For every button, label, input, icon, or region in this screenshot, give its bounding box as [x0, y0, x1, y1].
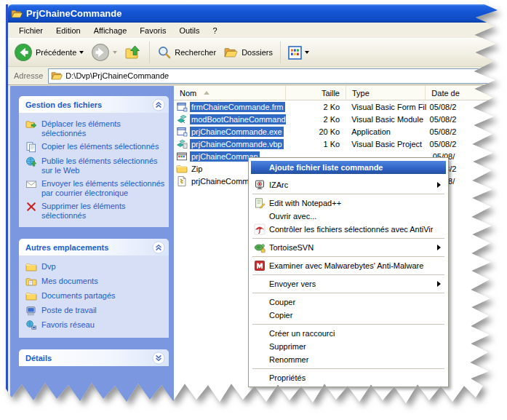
- back-dropdown-caret[interactable]: [79, 51, 84, 54]
- column-header-type[interactable]: Type: [346, 86, 426, 100]
- search-button[interactable]: Rechercher: [154, 44, 219, 61]
- folder-open-icon: [11, 8, 23, 20]
- context-menu-item[interactable]: Copier: [250, 309, 447, 322]
- taskpane-section-body: Déplacer les éléments sélectionnésCopier…: [19, 113, 169, 227]
- column-header-taille[interactable]: Taille: [286, 86, 346, 100]
- context-menu-default-item[interactable]: Ajoute fichier liste commande: [251, 161, 446, 174]
- file-name-label: prjChaineCommande.exe: [190, 127, 284, 137]
- explorer-window: PrjChaineCommande FichierEditionAffichag…: [6, 4, 500, 409]
- context-menu-item-label: Créer un raccourci: [269, 329, 335, 338]
- window-title: PrjChaineCommande: [26, 8, 121, 19]
- context-menu-item-label: Propriétés: [269, 373, 306, 382]
- context-menu-item-label: TortoiseSVN: [269, 243, 314, 252]
- file-name-label: frmChaineCommande.frm: [190, 102, 285, 112]
- taskpane-section-title: Gestion des fichiers: [25, 100, 102, 109]
- context-menu-item[interactable]: Contrôler les fichiers sélectionnés avec…: [250, 223, 447, 236]
- my-computer-icon: [25, 305, 37, 317]
- taskpane-item[interactable]: Favoris réseau: [25, 320, 166, 331]
- forward-button[interactable]: [88, 41, 120, 63]
- context-menu-item-label: Renommer: [269, 355, 308, 364]
- sort-ascending-icon: [204, 91, 209, 95]
- file-date-cell: 05/08/2: [426, 127, 500, 136]
- menubar-item[interactable]: Outils: [172, 24, 206, 37]
- folders-button[interactable]: Dossiers: [220, 44, 276, 60]
- taskpane-section-header[interactable]: Autres emplacements: [19, 239, 169, 255]
- taskpane-item[interactable]: Copier les éléments sélectionnés: [25, 142, 166, 153]
- tortoisesvn-icon: [254, 242, 266, 253]
- taskpane-item[interactable]: Dvp: [25, 262, 166, 273]
- taskpane-section-header[interactable]: Gestion des fichiers: [19, 96, 169, 113]
- context-menu-separator: [252, 238, 444, 239]
- folder-icon: [25, 290, 37, 302]
- context-menu-separator: [252, 194, 444, 194]
- taskpane-item-label: Mes documents: [41, 277, 98, 286]
- file-date-cell: 05/08/2: [426, 115, 500, 124]
- context-menu-item[interactable]: Envoyer vers: [250, 277, 447, 290]
- file-name-cell[interactable]: modBootChaineCommande.bas: [174, 114, 286, 125]
- up-button[interactable]: [121, 42, 145, 63]
- taskpane-section-title: Autres emplacements: [25, 243, 108, 252]
- menubar-item[interactable]: ?: [207, 24, 224, 37]
- menubar-item[interactable]: Edition: [49, 24, 87, 37]
- file-name-cell[interactable]: frmChaineCommande.frm: [174, 101, 286, 113]
- publish-web-icon: [25, 156, 37, 167]
- taskpane-item[interactable]: Supprimer les éléments sélectionnés: [25, 202, 166, 221]
- file-name-label: modBootChaineCommande.bas: [190, 114, 286, 124]
- context-menu-item[interactable]: IZArc: [250, 178, 447, 191]
- context-menu-item-label: Couper: [269, 298, 295, 306]
- views-button[interactable]: [285, 44, 312, 61]
- context-menu-item-label: Contrôler les fichiers sélectionnés avec…: [269, 225, 433, 234]
- file-date-cell: 05/08/2: [426, 140, 500, 148]
- file-row[interactable]: modBootChaineCommande.bas2 KoVisual Basi…: [174, 113, 500, 125]
- context-menu-item[interactable]: Ouvrir avec...: [250, 210, 447, 223]
- taskpane-section: Gestion des fichiersDéplacer les élément…: [19, 96, 169, 227]
- vb-workspace-file-icon: [176, 151, 188, 162]
- menubar-item[interactable]: Fichier: [12, 24, 49, 37]
- taskpane-item[interactable]: Publie les éléments sélectionnés sur le …: [25, 156, 166, 175]
- menubar-item[interactable]: Affichage: [87, 24, 134, 37]
- context-menu-item-label: Envoyer vers: [269, 280, 316, 288]
- title-bar[interactable]: PrjChaineCommande: [8, 4, 500, 23]
- file-type-cell: Visual Basic Module: [346, 115, 426, 124]
- taskpane-item-label: Publie les éléments sélectionnés sur le …: [41, 156, 166, 175]
- file-row[interactable]: frmChaineCommande.frm2 KoVisual Basic Fo…: [174, 100, 500, 113]
- chevron-double-down-icon: [152, 352, 165, 365]
- context-menu-item[interactable]: TortoiseSVN: [250, 241, 447, 254]
- taskpane-item[interactable]: Mes documents: [25, 277, 166, 288]
- taskpane-item[interactable]: Poste de travail: [25, 306, 166, 317]
- context-menu-separator: [252, 324, 444, 325]
- context-menu-item[interactable]: Examiner avec Malwarebytes' Anti-Malware: [250, 259, 447, 272]
- taskpane-item[interactable]: Envoyer les éléments sélectionnés par co…: [25, 179, 166, 198]
- toolbar-separator: [280, 41, 281, 63]
- forward-icon: [91, 43, 110, 62]
- context-menu-item-label: Examiner avec Malwarebytes' Anti-Malware: [269, 261, 423, 270]
- column-header-datede[interactable]: Date de: [426, 86, 500, 100]
- folders-icon: [223, 46, 239, 59]
- file-name-cell[interactable]: prjChaineCommande.vbp: [174, 138, 286, 150]
- context-menu-item[interactable]: Couper: [250, 296, 447, 309]
- menubar-item[interactable]: Favoris: [133, 24, 172, 37]
- context-menu-item[interactable]: Renommer: [250, 353, 447, 366]
- context-menu-item[interactable]: Supprimer: [250, 340, 447, 353]
- my-documents-icon: [25, 276, 37, 288]
- taskpane-item-label: Supprimer les éléments sélectionnés: [41, 202, 166, 221]
- taskpane-section-header[interactable]: Détails: [19, 349, 169, 366]
- context-menu-item[interactable]: Edit with Notepad++: [250, 197, 447, 210]
- file-size-cell: 1 Ko: [286, 140, 346, 148]
- file-name-cell[interactable]: prjChaineCommande.exe: [174, 126, 286, 138]
- taskpane-item[interactable]: Documents partagés: [25, 291, 166, 302]
- search-icon: [157, 45, 172, 60]
- context-menu-separator: [252, 293, 444, 293]
- file-row[interactable]: prjChaineCommande.exe20 KoApplication05/…: [174, 125, 500, 138]
- file-row[interactable]: prjChaineCommande.vbp1 KoVisual Basic Pr…: [174, 138, 500, 150]
- context-menu-item[interactable]: Propriétés: [250, 371, 447, 384]
- copy-icon: [25, 141, 37, 153]
- context-menu-item[interactable]: Créer un raccourci: [250, 327, 447, 340]
- address-input[interactable]: D:\Dvp\PrjChaineCommande: [48, 68, 499, 84]
- column-header-nom[interactable]: Nom: [174, 86, 286, 100]
- views-dropdown-caret[interactable]: [305, 51, 309, 54]
- taskpane-item[interactable]: Déplacer les éléments sélectionnés: [25, 119, 166, 138]
- search-button-label: Rechercher: [175, 48, 216, 57]
- back-button[interactable]: Précédente: [11, 41, 87, 63]
- taskpane-section-title: Détails: [25, 354, 52, 362]
